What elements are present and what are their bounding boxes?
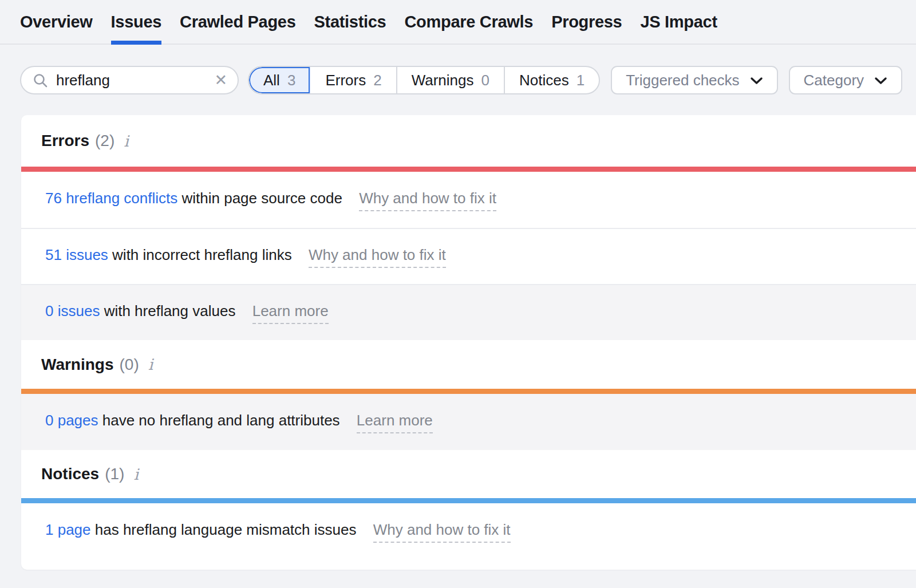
tab-crawled-pages[interactable]: Crawled Pages <box>180 0 295 44</box>
filter-count: 3 <box>287 72 295 89</box>
filter-label: Errors <box>325 72 366 89</box>
errors-severity-bar <box>21 167 916 172</box>
issues-list-card: Errors (2) i 76 hreflang conflicts withi… <box>21 115 916 570</box>
issue-text: with incorrect hreflang links <box>112 246 292 263</box>
filter-warnings[interactable]: Warnings 0 <box>397 67 505 93</box>
section-header: Notices (1) i <box>21 450 916 498</box>
filter-count: 2 <box>373 72 381 89</box>
issue-text: within page source code <box>181 190 342 207</box>
tab-js-impact[interactable]: JS Impact <box>640 0 717 44</box>
section-count: (0) <box>120 356 139 374</box>
issue-row: 51 issues with incorrect hreflang links … <box>21 228 916 284</box>
section-header: Errors (2) i <box>21 115 916 167</box>
filter-count: 0 <box>481 72 489 89</box>
section-header: Warnings (0) i <box>21 340 916 389</box>
section-count: (1) <box>105 465 124 483</box>
learn-more-link[interactable]: Learn more <box>357 411 433 433</box>
issue-row: 0 issues with hreflang values Learn more <box>21 284 916 340</box>
section-warnings: Warnings (0) i 0 pages have no hreflang … <box>21 340 916 450</box>
chevron-down-icon <box>750 77 763 85</box>
issue-text: has hreflang language mismatch issues <box>95 521 357 538</box>
issue-link[interactable]: 51 issues <box>45 246 108 263</box>
section-errors: Errors (2) i 76 hreflang conflicts withi… <box>21 115 916 340</box>
info-icon[interactable]: i <box>148 356 153 373</box>
info-icon[interactable]: i <box>133 465 139 483</box>
clear-search-icon[interactable]: ✕ <box>214 73 227 88</box>
why-how-to-fix-link[interactable]: Why and how to fix it <box>359 188 496 211</box>
issue-text: have no hreflang and lang attributes <box>102 412 340 429</box>
tab-label: Issues <box>111 13 162 31</box>
search-icon <box>33 73 48 88</box>
tab-label: Overview <box>20 13 93 31</box>
dropdown-label: Triggered checks <box>626 72 739 89</box>
issue-text: with hreflang values <box>104 302 236 319</box>
tab-statistics[interactable]: Statistics <box>314 0 386 44</box>
tab-label: Crawled Pages <box>180 13 295 31</box>
section-title: Notices <box>41 465 99 483</box>
severity-filter: All 3 Errors 2 Warnings 0 Notices 1 <box>248 66 600 94</box>
issue-link[interactable]: 0 issues <box>45 302 100 319</box>
filter-notices[interactable]: Notices 1 <box>505 67 599 93</box>
audit-tab-bar: Overview Issues Crawled Pages Statistics… <box>0 0 916 45</box>
filter-label: Notices <box>519 72 569 89</box>
section-title: Errors <box>41 132 89 150</box>
tab-label: JS Impact <box>640 13 717 31</box>
active-tab-indicator <box>111 41 162 45</box>
tab-label: Compare Crawls <box>404 13 533 31</box>
triggered-checks-dropdown[interactable]: Triggered checks <box>611 66 777 94</box>
filter-all[interactable]: All 3 <box>249 67 311 93</box>
issue-search-box[interactable]: ✕ <box>20 66 239 94</box>
chevron-down-icon <box>874 77 887 85</box>
why-how-to-fix-link[interactable]: Why and how to fix it <box>373 520 511 543</box>
issue-row: 1 page has hreflang language mismatch is… <box>21 503 916 559</box>
filter-count: 1 <box>577 72 585 89</box>
tab-issues[interactable]: Issues <box>111 0 162 44</box>
section-title: Warnings <box>41 356 114 374</box>
issue-link[interactable]: 1 page <box>45 521 91 538</box>
dropdown-label: Category <box>804 72 864 89</box>
info-icon[interactable]: i <box>124 132 129 150</box>
issue-link[interactable]: 0 pages <box>45 412 98 429</box>
notices-severity-bar <box>21 498 916 503</box>
search-input[interactable] <box>56 72 214 89</box>
issue-row: 76 hreflang conflicts within page source… <box>21 172 916 228</box>
section-count: (2) <box>95 132 114 150</box>
tab-label: Statistics <box>314 13 386 31</box>
issues-filter-toolbar: ✕ All 3 Errors 2 Warnings 0 Notices 1 Tr… <box>20 66 916 94</box>
tab-overview[interactable]: Overview <box>20 0 93 44</box>
tab-label: Progress <box>551 13 622 31</box>
issue-link[interactable]: 76 hreflang conflicts <box>45 190 177 207</box>
tab-compare-crawls[interactable]: Compare Crawls <box>404 0 533 44</box>
filter-errors[interactable]: Errors 2 <box>311 67 397 93</box>
learn-more-link[interactable]: Learn more <box>252 301 329 324</box>
section-notices: Notices (1) i 1 page has hreflang langua… <box>21 450 916 559</box>
warnings-severity-bar <box>21 389 916 394</box>
category-dropdown[interactable]: Category <box>789 66 903 94</box>
filter-label: All <box>263 72 280 89</box>
filter-label: Warnings <box>412 72 474 89</box>
tab-progress[interactable]: Progress <box>551 0 622 44</box>
issue-row: 0 pages have no hreflang and lang attrib… <box>21 394 916 450</box>
why-how-to-fix-link[interactable]: Why and how to fix it <box>309 245 446 268</box>
